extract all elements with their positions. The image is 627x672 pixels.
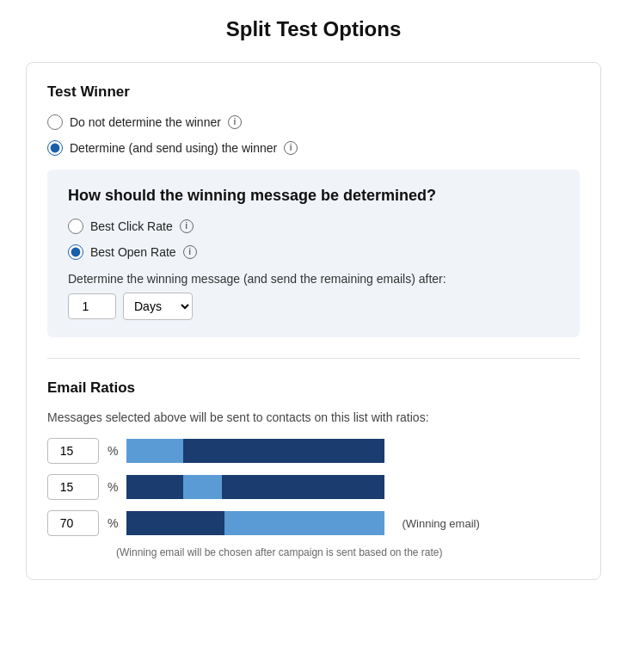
best-open-rate-option[interactable]: Best Open Rate i <box>68 244 559 260</box>
winning-message-title: How should the winning message be determ… <box>68 187 559 205</box>
main-card: Test Winner Do not determine the winner … <box>26 62 601 580</box>
test-winner-title: Test Winner <box>47 83 580 101</box>
determine-winner-label: Determine (and send using) the winner <box>70 141 277 155</box>
email-ratios-title: Email Ratios <box>47 379 580 397</box>
test-winner-radio-group: Do not determine the winner i Determine … <box>47 114 580 156</box>
best-click-rate-info-icon[interactable]: i <box>180 219 194 233</box>
bar-1-dark <box>183 439 384 463</box>
email-ratios-section: Email Ratios Messages selected above wil… <box>47 379 580 558</box>
determine-winner-option[interactable]: Determine (and send using) the winner i <box>47 140 580 156</box>
ratio-input-1[interactable] <box>47 438 99 464</box>
ratio-input-2[interactable] <box>47 474 99 500</box>
ratio-row-3: % (Winning email) <box>47 510 580 536</box>
best-click-rate-radio[interactable] <box>68 219 83 234</box>
no-winner-option[interactable]: Do not determine the winner i <box>47 114 580 130</box>
determine-after-label: Determine the winning message (and send … <box>68 272 559 286</box>
winning-method-radio-group: Best Click Rate i Best Open Rate i <box>68 219 559 260</box>
page-title: Split Test Options <box>26 17 601 41</box>
bar-2-dark-right <box>222 475 384 499</box>
percent-3: % <box>108 516 118 530</box>
percent-1: % <box>108 444 118 458</box>
time-value-input[interactable] <box>68 293 116 319</box>
no-winner-label: Do not determine the winner <box>70 115 221 129</box>
section-divider <box>47 358 580 359</box>
best-click-rate-option[interactable]: Best Click Rate i <box>68 219 559 234</box>
winning-email-label: (Winning email) <box>402 517 479 530</box>
best-open-rate-info-icon[interactable]: i <box>183 245 197 259</box>
bar-3-dark <box>126 511 224 535</box>
percent-2: % <box>108 480 118 494</box>
bar-1-light <box>126 439 183 463</box>
bar-1 <box>126 439 384 463</box>
determine-winner-radio[interactable] <box>47 140 63 156</box>
winning-message-panel: How should the winning message be determ… <box>47 170 580 337</box>
best-click-rate-label: Best Click Rate <box>90 219 173 233</box>
bar-2-dark-left <box>126 475 183 499</box>
ratios-description: Messages selected above will be sent to … <box>47 410 580 424</box>
no-winner-radio[interactable] <box>47 114 63 130</box>
winning-note: (Winning email will be chosen after camp… <box>116 546 580 558</box>
ratio-row-1: % <box>47 438 580 464</box>
bar-3 <box>126 511 384 535</box>
best-open-rate-label: Best Open Rate <box>90 245 176 259</box>
time-inputs-group: Hours Days Weeks <box>68 293 559 320</box>
no-winner-info-icon[interactable]: i <box>228 115 242 129</box>
time-unit-select[interactable]: Hours Days Weeks <box>123 293 193 320</box>
bar-2-light <box>183 475 222 499</box>
ratio-row-2: % <box>47 474 580 500</box>
best-open-rate-radio[interactable] <box>68 244 83 260</box>
bar-3-light <box>224 511 384 535</box>
ratio-input-3[interactable] <box>47 510 99 536</box>
determine-winner-info-icon[interactable]: i <box>284 141 298 155</box>
bar-2 <box>126 475 384 499</box>
